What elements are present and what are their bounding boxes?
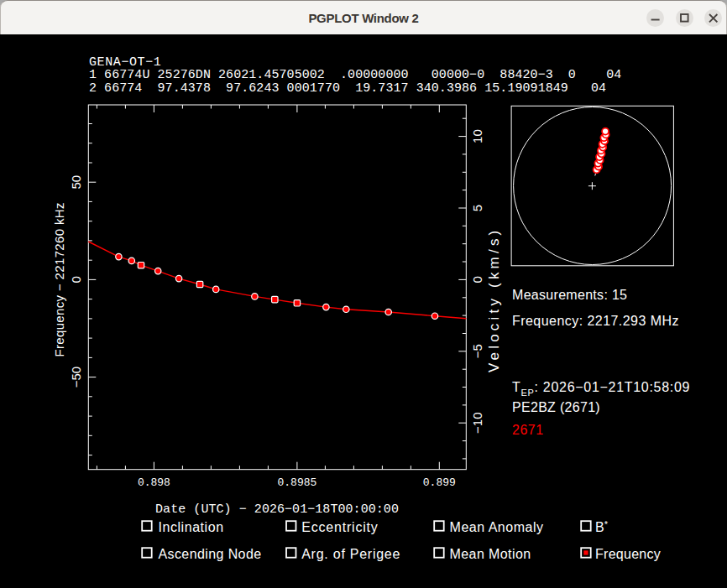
svg-text:Arg. of Perigee: Arg. of Perigee <box>301 547 400 561</box>
svg-text:Ascending Node: Ascending Node <box>159 547 262 561</box>
svg-text:0.898: 0.898 <box>138 476 170 489</box>
svg-text:0: 0 <box>470 276 484 283</box>
svg-text:−50: −50 <box>69 367 83 388</box>
svg-text:−10: −10 <box>470 412 484 433</box>
svg-text:PE2BZ (2671): PE2BZ (2671) <box>512 400 600 414</box>
svg-text:2 66774 97.4378 97.6243 0001: 2 66774 97.4378 97.6243 0001770 19.7317 … <box>89 81 606 96</box>
svg-text:0: 0 <box>69 276 83 283</box>
svg-text:Measurements: 15: Measurements: 15 <box>512 288 627 302</box>
svg-text:Frequency: 2217.293 MHz: Frequency: 2217.293 MHz <box>512 314 679 328</box>
svg-text:Date (UTC) − 2026−01−18T00:00:: Date (UTC) − 2026−01−18T00:00:00 <box>155 502 399 517</box>
svg-text:Eccentricity: Eccentricity <box>301 520 378 534</box>
svg-text:2671: 2671 <box>512 423 544 437</box>
svg-text:−5: −5 <box>470 344 484 358</box>
svg-text:Velocity (km/s): Velocity (km/s) <box>486 227 502 373</box>
svg-text:5: 5 <box>470 205 484 211</box>
svg-text:Frequency: Frequency <box>595 547 661 561</box>
svg-text:GENA−OT−1: GENA−OT−1 <box>89 55 161 70</box>
svg-text:Inclination: Inclination <box>159 520 224 534</box>
svg-text:Frequency − 2217260 kHz: Frequency − 2217260 kHz <box>52 202 66 356</box>
svg-text:10: 10 <box>470 129 484 143</box>
svg-text:Mean Anomaly: Mean Anomaly <box>450 520 544 534</box>
svg-text:0.8985: 0.8985 <box>277 476 316 489</box>
svg-text:50: 50 <box>69 175 83 190</box>
svg-text:Mean Motion: Mean Motion <box>450 547 531 561</box>
svg-text:0.899: 0.899 <box>423 476 456 489</box>
